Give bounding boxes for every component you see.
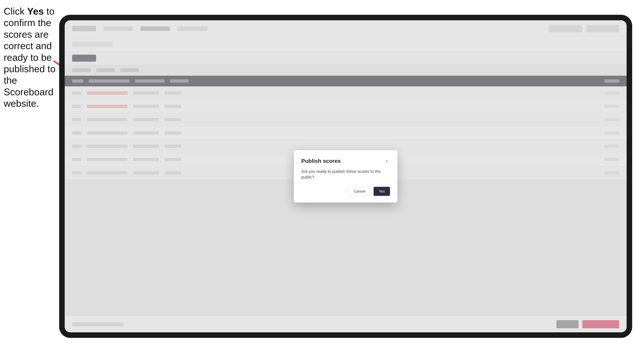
modal-footer: Cancel Yes	[301, 187, 390, 196]
instruction-text: Click Yes to confirm the scores are corr…	[4, 5, 57, 109]
yes-button[interactable]: Yes	[374, 187, 390, 196]
instruction-text-part2: to confirm the scores are correct and re…	[4, 6, 56, 109]
tablet-frame: Publish scores × Are you ready to publis…	[59, 15, 632, 338]
modal-body-text: Are you ready to publish these scores to…	[301, 169, 390, 180]
cancel-button[interactable]: Cancel	[348, 187, 370, 196]
modal-close-button[interactable]: ×	[383, 158, 390, 164]
modal-header: Publish scores ×	[301, 158, 390, 164]
publish-scores-modal: Publish scores × Are you ready to publis…	[294, 150, 398, 202]
modal-title: Publish scores	[301, 158, 341, 164]
modal-overlay: Publish scores × Are you ready to publis…	[65, 20, 626, 332]
instruction-text-part1: Click	[4, 6, 27, 17]
instruction-bold: Yes	[27, 6, 44, 17]
tablet-screen: Publish scores × Are you ready to publis…	[65, 20, 626, 332]
